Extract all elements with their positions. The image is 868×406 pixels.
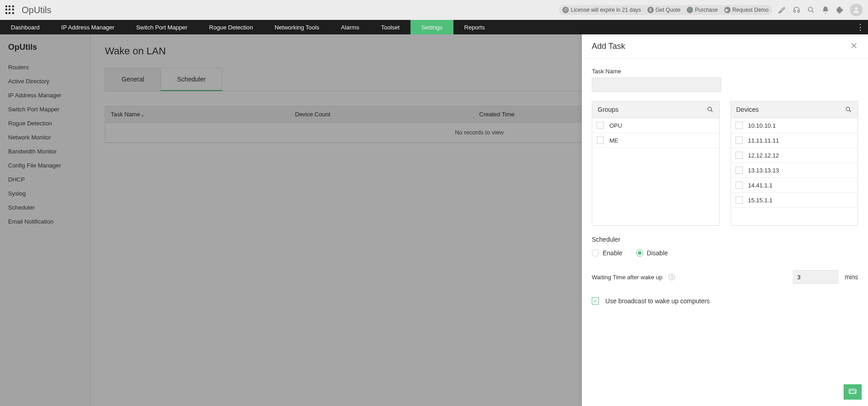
list-item[interactable]: 15.15.1.1	[731, 193, 858, 208]
checkbox[interactable]	[597, 137, 604, 144]
add-task-panel: Add Task Task Name Groups OPUME Devices	[582, 34, 868, 406]
nav-item-reports[interactable]: Reports	[453, 20, 496, 34]
header-pill-group: ⏱License will expire in 21 days $Get Quo…	[559, 5, 772, 15]
svg-point-1	[855, 7, 858, 10]
nav-item-rogue-detection[interactable]: Rogue Detection	[198, 20, 264, 34]
list-item[interactable]: 10.10.10.1	[731, 118, 858, 133]
waiting-time-label: Waiting Time after wake up	[592, 274, 662, 281]
gear-icon[interactable]	[835, 5, 844, 14]
user-avatar[interactable]	[850, 4, 863, 16]
nav-item-ip-address-manager[interactable]: IP Address Manager	[51, 20, 126, 34]
main-nav: DashboardIP Address ManagerSwitch Port M…	[0, 20, 868, 34]
waiting-time-unit: mins	[844, 273, 858, 281]
search-icon[interactable]	[707, 106, 714, 113]
rocket-icon[interactable]	[778, 5, 787, 14]
search-icon[interactable]	[807, 5, 816, 14]
scheduler-enable-radio[interactable]: Enable	[592, 249, 623, 257]
help-icon[interactable]: ?	[669, 274, 675, 280]
request-demo-link[interactable]: ▶Request Demo	[724, 7, 769, 13]
svg-point-3	[846, 107, 850, 111]
headset-icon[interactable]	[792, 5, 801, 14]
waiting-time-input[interactable]	[793, 270, 838, 284]
purchase-link[interactable]: 🛒Purchase	[687, 7, 718, 13]
group-name: OPU	[609, 122, 622, 129]
devices-listbox: Devices 10.10.10.111.11.11.1112.12.12.12…	[731, 101, 859, 226]
list-item[interactable]: 14.41.1.1	[731, 178, 858, 193]
groups-header-label: Groups	[598, 106, 618, 113]
device-ip: 12.12.12.12	[748, 152, 779, 159]
nav-item-toolset[interactable]: Toolset	[370, 20, 410, 34]
nav-more-icon[interactable]: ⋮	[856, 22, 864, 32]
checkbox[interactable]	[736, 182, 743, 189]
list-item[interactable]: ME	[592, 133, 719, 148]
search-icon[interactable]	[845, 106, 852, 113]
group-name: ME	[609, 137, 618, 144]
device-ip: 13.13.13.13	[748, 167, 779, 174]
checkbox[interactable]	[736, 152, 743, 159]
broadcast-checkbox[interactable]	[592, 297, 599, 305]
list-item[interactable]: 12.12.12.12	[731, 148, 858, 163]
devices-header-label: Devices	[736, 106, 759, 113]
list-item[interactable]: OPU	[592, 118, 719, 133]
device-ip: 11.11.11.11	[748, 137, 779, 144]
scheduler-section-label: Scheduler	[592, 236, 858, 243]
nav-item-settings[interactable]: Settings	[410, 20, 453, 34]
nav-item-alarms[interactable]: Alarms	[330, 20, 370, 34]
license-expiry[interactable]: ⏱License will expire in 21 days	[562, 7, 641, 13]
list-item[interactable]: 11.11.11.11	[731, 133, 858, 148]
checkbox[interactable]	[597, 122, 604, 129]
app-logo-text: OpUtils	[22, 5, 52, 15]
nav-item-networking-tools[interactable]: Networking Tools	[264, 20, 330, 34]
apps-icon[interactable]	[5, 5, 14, 14]
checkbox[interactable]	[736, 122, 743, 129]
scheduler-disable-radio[interactable]: Disable	[636, 249, 668, 257]
checkbox[interactable]	[736, 137, 743, 144]
broadcast-label: Use broadcast to wake up computers	[605, 297, 710, 305]
device-ip: 10.10.10.1	[748, 122, 776, 129]
nav-item-switch-port-mapper[interactable]: Switch Port Mapper	[125, 20, 198, 34]
groups-listbox: Groups OPUME	[592, 101, 720, 226]
bell-icon[interactable]	[821, 5, 830, 14]
task-name-label: Task Name	[592, 68, 858, 75]
task-name-input[interactable]	[592, 77, 721, 92]
checkbox[interactable]	[736, 167, 743, 174]
close-icon[interactable]	[850, 42, 858, 51]
nav-item-dashboard[interactable]: Dashboard	[0, 20, 51, 34]
device-ip: 15.15.1.1	[748, 197, 773, 204]
checkbox[interactable]	[736, 196, 743, 204]
get-quote-link[interactable]: $Get Quote	[647, 7, 680, 13]
svg-point-0	[808, 7, 812, 11]
license-text: License will expire in 21 days	[571, 7, 641, 13]
chat-float-button[interactable]	[844, 384, 862, 400]
svg-rect-5	[850, 391, 855, 393]
list-item[interactable]: 13.13.13.13	[731, 163, 858, 178]
panel-title: Add Task	[592, 42, 625, 51]
device-ip: 14.41.1.1	[748, 182, 773, 189]
svg-point-2	[708, 107, 711, 111]
